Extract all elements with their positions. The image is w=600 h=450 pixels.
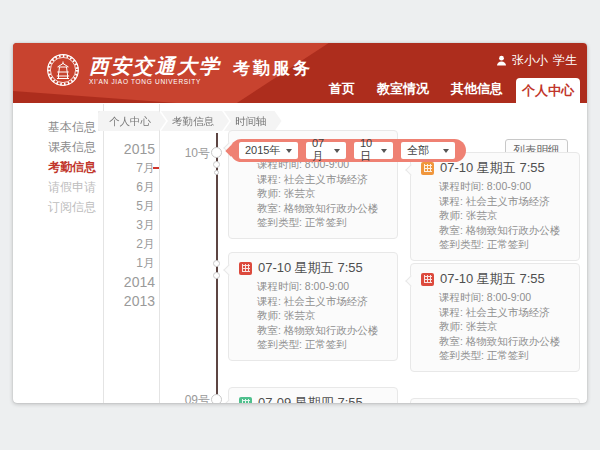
sidebar: 基本信息 课表信息 考勤信息 请假申请 订阅信息 [13, 117, 103, 217]
field-value: 格物致知行政办公楼 [466, 224, 561, 236]
field-label: 教室: [257, 202, 281, 214]
current-month-tick [153, 167, 159, 169]
timeline-day-label: 09号 [170, 392, 210, 403]
day-filter-dropdown[interactable]: 10日 [354, 142, 393, 159]
field-label: 教室: [257, 324, 281, 336]
card-fields: 课程时间: 8:00-9:00 课程: 社会主义市场经济 教师: 张芸京 教室:… [257, 157, 387, 230]
university-name-block: 西安交通大学 XI'AN JIAO TONG UNIVERSITY [89, 55, 221, 85]
card-fields: 课程时间: 8:00-9:00 课程: 社会主义市场经济 教师: 张芸京 教室:… [257, 279, 387, 352]
card-date-title: 07-09 星期四 7:55 [258, 394, 363, 403]
timeline-node [213, 161, 220, 168]
nav-item-classrooms[interactable]: 教室情况 [377, 82, 429, 96]
card-tail [405, 164, 416, 175]
yearnav-jun[interactable]: 6月 [93, 178, 155, 197]
attendance-type-icon [421, 162, 434, 175]
sidebar-item-subscriptions[interactable]: 订阅信息 [13, 197, 103, 217]
timeline-node [211, 394, 222, 403]
field-label: 教师: [439, 320, 463, 332]
sidebar-item-leave-request[interactable]: 请假申请 [13, 177, 103, 197]
card-tail [405, 275, 416, 286]
yearnav-2014[interactable]: 2014 [93, 273, 155, 292]
timeline-node [213, 260, 220, 267]
breadcrumb-timeline[interactable]: 时间轴 [224, 111, 282, 131]
university-name-en: XI'AN JIAO TONG UNIVERSITY [89, 78, 221, 85]
attendance-card[interactable]: 07-10 星期五 7:55 课程时间: 8:00-9:00 课程: 社会主义市… [410, 152, 580, 261]
attendance-type-icon [239, 397, 252, 404]
date-filter-bar: 2015年 07月 10日 全部 [230, 139, 466, 162]
field-label: 课程: [257, 173, 281, 185]
timeline-node [211, 147, 222, 158]
field-value: 格物致知行政办公楼 [284, 202, 379, 214]
chevron-down-icon [443, 149, 449, 153]
attendance-type-icon [421, 273, 434, 286]
field-value: 张芸京 [284, 187, 316, 199]
yearnav-divider [159, 104, 160, 403]
timeline-node [213, 272, 220, 279]
card-date-title: 07-10 星期五 7:55 [258, 259, 363, 277]
attendance-card[interactable]: 07-10 星期五 7:55 课程时间: 8:00-9:00 课程: 社会主义市… [410, 263, 580, 372]
user-role: 学生 [553, 52, 577, 69]
field-value: 正常签到 [305, 216, 347, 228]
user-menu[interactable]: 张小小 学生 [496, 52, 577, 69]
nav-item-other-info[interactable]: 其他信息 [451, 82, 503, 96]
nav-item-personal-center[interactable]: 个人中心 [516, 78, 580, 103]
month-filter-dropdown[interactable]: 07月 [306, 142, 346, 159]
month-filter-value: 07月 [312, 137, 329, 164]
yearnav-2015[interactable]: 2015 [93, 140, 155, 159]
field-label: 签到类型: [439, 238, 484, 250]
type-filter-dropdown[interactable]: 全部 [401, 142, 455, 159]
field-label: 签到类型: [257, 338, 302, 350]
year-filter-dropdown[interactable]: 2015年 [239, 142, 298, 159]
yearnav-may[interactable]: 5月 [93, 197, 155, 216]
field-label: 教师: [257, 187, 281, 199]
nav-item-home[interactable]: 首页 [329, 82, 355, 96]
field-value: 社会主义市场经济 [284, 173, 368, 185]
app-header: 西安交通大学 XI'AN JIAO TONG UNIVERSITY 考勤服务 张… [13, 43, 587, 103]
field-value: 张芸京 [284, 309, 316, 321]
user-name: 张小小 [512, 52, 548, 69]
field-label: 课程: [257, 295, 281, 307]
field-label: 课程: [439, 306, 463, 318]
day-filter-value: 10日 [360, 137, 376, 164]
field-label: 课程时间: [257, 280, 302, 292]
brand: 西安交通大学 XI'AN JIAO TONG UNIVERSITY 考勤服务 [46, 53, 313, 87]
field-value: 张芸京 [466, 320, 498, 332]
page: { "colors": { "header_base": "#ad2d1d", … [0, 0, 600, 450]
breadcrumb-attendance[interactable]: 考勤信息 [161, 111, 229, 131]
chevron-down-icon [334, 149, 340, 153]
field-value: 8:00-9:00 [487, 180, 531, 192]
attendance-card[interactable]: 07-09 星期四 7:55 课程时间: 8:00-9:00 课程: 社会主义市… [228, 387, 398, 403]
field-label: 签到类型: [257, 216, 302, 228]
breadcrumb: 个人中心 考勤信息 时间轴 [98, 111, 277, 131]
card-fields: 课程时间: 8:00-9:00 课程: 社会主义市场经济 教师: 张芸京 教室:… [439, 179, 569, 252]
field-value: 张芸京 [466, 209, 498, 221]
sidebar-item-timetable[interactable]: 课表信息 [13, 137, 103, 157]
yearnav-jul[interactable]: 7月 [93, 159, 155, 178]
timeline-day-label: 10号 [170, 145, 210, 162]
field-label: 教师: [257, 309, 281, 321]
field-label: 教室: [439, 335, 463, 347]
yearnav-2013[interactable]: 2013 [93, 292, 155, 311]
breadcrumb-personal-center[interactable]: 个人中心 [98, 111, 166, 131]
sidebar-item-basic-info[interactable]: 基本信息 [13, 117, 103, 137]
yearnav-jan[interactable]: 1月 [93, 254, 155, 273]
app-title: 考勤服务 [233, 57, 313, 80]
year-filter-value: 2015年 [245, 143, 280, 158]
field-value: 社会主义市场经济 [466, 306, 550, 318]
yearnav-mar[interactable]: 3月 [93, 216, 155, 235]
field-label: 签到类型: [439, 349, 484, 361]
sidebar-item-attendance[interactable]: 考勤信息 [13, 157, 103, 177]
attendance-card[interactable]: 07-09 星期四 7:55 课程时间: 8:00-9:00 课程: 社会主义市… [410, 398, 580, 403]
field-value: 正常签到 [305, 338, 347, 350]
top-nav: 首页 教室情况 其他信息 个人中心 [329, 78, 580, 103]
chevron-down-icon [286, 149, 292, 153]
field-value: 格物致知行政办公楼 [466, 335, 561, 347]
field-value: 社会主义市场经济 [284, 295, 368, 307]
university-emblem-icon [46, 53, 80, 87]
card-tail [223, 399, 234, 403]
yearnav-feb[interactable]: 2月 [93, 235, 155, 254]
attendance-card[interactable]: 07-10 星期五 7:55 课程时间: 8:00-9:00 课程: 社会主义市… [228, 252, 398, 361]
year-month-nav: 2015 7月 6月 5月 3月 2月 1月 2014 2013 [93, 140, 155, 311]
university-name-zh: 西安交通大学 [89, 55, 221, 77]
field-value: 格物致知行政办公楼 [284, 324, 379, 336]
